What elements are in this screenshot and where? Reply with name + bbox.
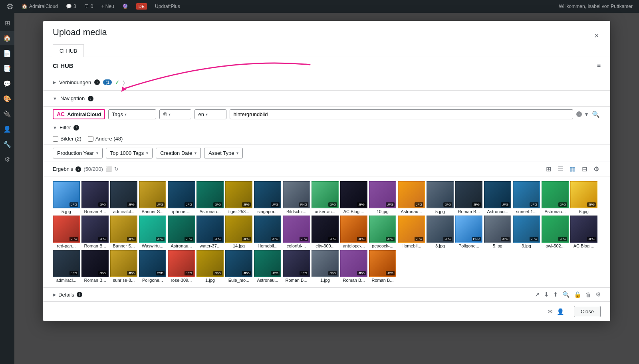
- media-item[interactable]: JPGRoman B...: [81, 250, 109, 283]
- media-item[interactable]: JPGtiger-253...: [225, 181, 252, 214]
- messages-item[interactable]: 🗨 0: [81, 0, 97, 13]
- mail-icon[interactable]: ✉: [548, 308, 553, 315]
- new-item[interactable]: + Neu: [98, 0, 117, 13]
- site-name-item[interactable]: 🏠 AdmiralCloud: [18, 0, 61, 13]
- detail-settings-button[interactable]: ⚙: [595, 291, 601, 298]
- brand-selector[interactable]: AC AdmiralCloud: [53, 109, 105, 119]
- refresh-icon[interactable]: ↻: [114, 166, 119, 172]
- media-item[interactable]: JPGHomebil...: [254, 216, 281, 248]
- media-item[interactable]: JPGpeacock-...: [369, 216, 396, 248]
- media-item[interactable]: JPGAstronau...: [484, 181, 511, 214]
- verbindungen-expand-icon[interactable]: ▶: [53, 80, 56, 85]
- media-item[interactable]: JPGAC Blog ...: [570, 216, 597, 248]
- lang-dropdown[interactable]: en ▾: [194, 109, 226, 119]
- sidebar-icon-settings[interactable]: ⚙: [0, 152, 14, 166]
- media-item[interactable]: JPGAstronau...: [542, 181, 569, 214]
- creation-date-dropdown[interactable]: Creation Date ▾: [156, 148, 201, 158]
- trash-button[interactable]: 🗑: [585, 291, 591, 298]
- media-item[interactable]: JPGHomebil...: [398, 216, 425, 248]
- media-item[interactable]: JPG6.jpg: [570, 181, 597, 214]
- bilder-checkbox-item[interactable]: Bilder (2): [53, 136, 81, 142]
- media-item[interactable]: JPGowl-502...: [542, 216, 569, 248]
- media-item[interactable]: JPGadmiracl...: [53, 250, 80, 283]
- comments-item[interactable]: 💬 3: [63, 0, 79, 13]
- bilder-checkbox[interactable]: [53, 136, 58, 142]
- add-view-button[interactable]: ⊞: [544, 164, 553, 174]
- person-icon[interactable]: 👤: [557, 308, 564, 315]
- upload-button[interactable]: ⬆: [553, 291, 558, 298]
- media-item[interactable]: JPGwater-37...: [196, 216, 224, 248]
- media-item[interactable]: JPGBanner S...: [110, 216, 137, 248]
- media-item[interactable]: JPGantelope-...: [340, 216, 367, 248]
- filter-info-icon[interactable]: i: [73, 125, 79, 131]
- media-item[interactable]: JPGsunrise-8...: [110, 250, 137, 283]
- navigation-expand-icon[interactable]: ▼: [53, 96, 57, 101]
- media-item[interactable]: JPGAstronau...: [196, 181, 224, 214]
- media-item[interactable]: JPGRoman B...: [340, 250, 367, 283]
- search-button[interactable]: 🔍: [591, 110, 601, 119]
- sidebar-icon-appearance[interactable]: 🎨: [0, 92, 14, 105]
- lang-item[interactable]: DE: [133, 0, 150, 13]
- wp-logo-item[interactable]: ⚙: [3, 0, 17, 13]
- media-item[interactable]: JPGcolorful-...: [283, 216, 310, 248]
- sidebar-icon-posts[interactable]: 📄: [0, 46, 14, 60]
- verbindungen-info-icon[interactable]: i: [94, 79, 100, 85]
- media-item[interactable]: JPG10.jpg: [369, 181, 396, 214]
- tab-cihub[interactable]: CI HUB: [53, 44, 84, 57]
- search-input[interactable]: [233, 110, 570, 119]
- sidebar-icon-pages[interactable]: 📑: [0, 61, 14, 75]
- hamburger-icon[interactable]: ≡: [597, 62, 601, 69]
- asset-type-dropdown[interactable]: Asset Type ▾: [204, 148, 243, 158]
- media-item[interactable]: JPG14.jpg: [225, 216, 252, 248]
- details-info-icon[interactable]: i: [77, 292, 82, 297]
- tags-dropdown[interactable]: Tags ▾: [108, 109, 156, 119]
- media-item[interactable]: JPG5.jpg: [427, 181, 454, 214]
- navigation-info-icon[interactable]: i: [88, 96, 93, 101]
- media-item[interactable]: PSDPoligone...: [455, 216, 482, 248]
- copyright-dropdown[interactable]: © ▾: [159, 109, 191, 119]
- media-item[interactable]: JPGsunset-1...: [513, 181, 540, 214]
- media-item[interactable]: PNGBildschir...: [283, 181, 310, 214]
- modal-close-button[interactable]: ×: [593, 32, 601, 40]
- production-year-dropdown[interactable]: Production Year ▾: [53, 148, 103, 158]
- sidebar-icon-media[interactable]: 🏠: [0, 31, 14, 45]
- media-item[interactable]: JPGRoman B...: [81, 216, 109, 248]
- media-item[interactable]: JPGRoman B...: [283, 250, 310, 283]
- list-view-button[interactable]: ☰: [556, 164, 565, 174]
- detail-view-button[interactable]: ⊟: [580, 164, 589, 174]
- media-item[interactable]: PSDPoligone...: [139, 250, 166, 283]
- download-button[interactable]: ⬇: [544, 291, 549, 298]
- top-tags-dropdown[interactable]: Top 1000 Tags ▾: [106, 148, 153, 158]
- media-item[interactable]: JPGsingapor...: [254, 181, 281, 214]
- media-item[interactable]: JPGrose-309...: [168, 250, 195, 283]
- grid-view-button[interactable]: ▦: [568, 164, 577, 174]
- media-item[interactable]: JPGRoman B...: [81, 181, 109, 214]
- sidebar-icon-comments[interactable]: 💬: [0, 77, 14, 90]
- media-item[interactable]: JPGRoman B...: [369, 250, 396, 283]
- media-item[interactable]: JPGacker-ac...: [312, 181, 339, 214]
- media-item[interactable]: JPGAC Blog ...: [340, 181, 367, 214]
- sidebar-icon-dashboard[interactable]: ⊞: [0, 16, 14, 30]
- close-button[interactable]: Close: [574, 306, 601, 317]
- media-item[interactable]: JPGAstronau...: [254, 250, 281, 283]
- zoom-out-button[interactable]: 🔍: [562, 291, 570, 298]
- settings-view-button[interactable]: ⚙: [592, 164, 601, 174]
- copy-icon[interactable]: ⬜: [105, 166, 112, 172]
- media-item[interactable]: JPGEule_mo...: [225, 250, 252, 283]
- filter-expand-icon[interactable]: ▼: [53, 125, 57, 130]
- updraft-item[interactable]: UpdraftPlus: [152, 0, 183, 13]
- search-info-icon[interactable]: i: [576, 111, 582, 117]
- sidebar-icon-tools[interactable]: 🔧: [0, 137, 14, 151]
- andere-checkbox-item[interactable]: Andere (48): [88, 136, 123, 142]
- media-item[interactable]: JPG3.jpg: [513, 216, 540, 248]
- media-item[interactable]: JPGcity-300...: [312, 216, 339, 248]
- media-item[interactable]: JPGadmiralcl...: [110, 181, 137, 214]
- media-item[interactable]: JPGiphone-...: [168, 181, 195, 214]
- media-item[interactable]: JPG1.jpg: [196, 250, 224, 283]
- sidebar-icon-users[interactable]: 👤: [0, 122, 14, 136]
- media-item[interactable]: JPGAstronau...: [398, 181, 425, 214]
- media-item[interactable]: JPGWaswirtu...: [139, 216, 166, 248]
- media-item[interactable]: JPGred-pan...: [53, 216, 80, 248]
- media-item[interactable]: JPG5.jpg: [53, 181, 80, 214]
- media-item[interactable]: JPG5.jpg: [484, 216, 511, 248]
